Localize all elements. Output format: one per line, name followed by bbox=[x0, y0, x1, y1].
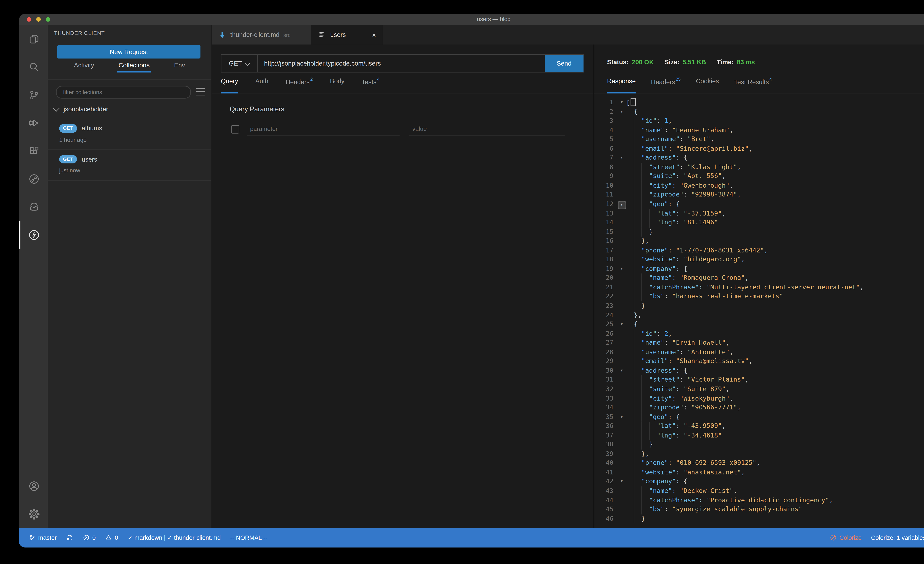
code-line: 37"lng": "-34.4618" bbox=[594, 431, 924, 440]
line-number: 32 bbox=[594, 384, 617, 394]
response-tab-cookies[interactable]: Cookies bbox=[696, 78, 719, 93]
filter-collections-input[interactable] bbox=[57, 89, 190, 95]
status-item-errors[interactable]: 0 bbox=[83, 534, 96, 541]
sidebar-tabs: ActivityCollectionsEnv bbox=[48, 62, 211, 73]
activity-item-testing[interactable] bbox=[19, 193, 48, 221]
fold-gutter bbox=[617, 459, 626, 468]
line-number: 18 bbox=[594, 255, 617, 265]
line-number: 28 bbox=[594, 348, 617, 357]
fold-gutter bbox=[617, 486, 626, 496]
activity-item-account[interactable] bbox=[19, 472, 48, 500]
response-tab-test-results[interactable]: Test Results4 bbox=[734, 78, 772, 93]
parameter-checkbox[interactable] bbox=[231, 125, 239, 133]
circle-slash-icon bbox=[830, 534, 837, 541]
screen: users — blog THUNDER CLIENT New Request … bbox=[0, 0, 924, 564]
line-number: 24 bbox=[594, 311, 617, 320]
fold-toggle-icon[interactable]: ▾ bbox=[617, 200, 626, 209]
time-label: Time: bbox=[717, 58, 734, 66]
fold-gutter bbox=[617, 449, 626, 459]
close-tab-icon[interactable]: × bbox=[372, 31, 376, 39]
line-number: 42 bbox=[594, 477, 617, 486]
collections-menu-icon[interactable] bbox=[196, 88, 205, 95]
activity-item-circle-branch[interactable] bbox=[19, 165, 48, 193]
response-json-viewer[interactable]: 1▾[2▾{3"id": 1,4"name": "Leanne Graham",… bbox=[594, 98, 924, 523]
request-tab-body[interactable]: Body bbox=[330, 78, 344, 93]
request-tab-headers[interactable]: Headers2 bbox=[285, 78, 313, 93]
status-item-colorize-toggle[interactable]: Colorize bbox=[830, 534, 861, 541]
window-title: users — blog bbox=[19, 14, 924, 25]
code-line: 45"bs": "synergize scalable supply-chain… bbox=[594, 505, 924, 514]
method-select[interactable]: GET bbox=[221, 55, 258, 72]
line-number: 19 bbox=[594, 265, 617, 274]
line-number: 29 bbox=[594, 357, 617, 366]
divider bbox=[48, 79, 211, 80]
request-item-albums[interactable]: GETalbums1 hour ago bbox=[48, 119, 211, 150]
fold-toggle-icon[interactable]: ▾ bbox=[617, 98, 626, 107]
status-item-vim-mode[interactable]: -- NORMAL -- bbox=[230, 534, 267, 541]
fold-toggle-icon[interactable]: ▾ bbox=[617, 107, 626, 116]
code-line: 44"catchPhrase": "Proactive didactic con… bbox=[594, 496, 924, 505]
line-number: 13 bbox=[594, 209, 617, 218]
send-button[interactable]: Send bbox=[544, 55, 584, 72]
sidebar-tab-collections[interactable]: Collections bbox=[118, 62, 150, 73]
fold-gutter bbox=[617, 338, 626, 348]
status-item-colorize-variables[interactable]: Colorize: 1 variables bbox=[871, 534, 924, 541]
sidebar-tab-activity[interactable]: Activity bbox=[74, 62, 94, 73]
fold-toggle-icon[interactable]: ▾ bbox=[617, 412, 626, 422]
code-line: 26"id": 2, bbox=[594, 329, 924, 338]
value-input[interactable] bbox=[409, 125, 565, 135]
tab-badge: 25 bbox=[676, 77, 681, 81]
response-pane: Status: 200 OK Size: 5.51 KB Time: 83 ms bbox=[594, 45, 924, 528]
fold-gutter bbox=[617, 181, 626, 190]
status-item-git-branch[interactable]: master bbox=[28, 534, 57, 541]
activity-item-source-control[interactable] bbox=[19, 81, 48, 109]
tab-thunder-client-md[interactable]: thunder-client.md src bbox=[212, 25, 312, 45]
activity-item-search[interactable] bbox=[19, 53, 48, 81]
fold-gutter bbox=[617, 348, 626, 357]
method-value: GET bbox=[229, 60, 242, 67]
line-number: 35 bbox=[594, 412, 617, 422]
url-input[interactable] bbox=[258, 60, 545, 67]
response-tab-response[interactable]: Response bbox=[607, 78, 636, 93]
line-number: 36 bbox=[594, 422, 617, 431]
tab-detail: src bbox=[283, 31, 291, 38]
line-number: 2 bbox=[594, 107, 617, 116]
request-name: users bbox=[82, 156, 97, 163]
url-box bbox=[258, 55, 545, 72]
sidebar-tab-env[interactable]: Env bbox=[174, 62, 185, 73]
source-control-icon bbox=[28, 90, 39, 100]
code-line: 10"city": "Gwenborough", bbox=[594, 181, 924, 190]
request-tab-tests[interactable]: Tests4 bbox=[362, 78, 380, 93]
editor-region: thunder-client.md src users × ··· bbox=[212, 25, 924, 528]
request-tab-auth[interactable]: Auth bbox=[255, 78, 268, 93]
tab-users[interactable]: users × bbox=[312, 25, 383, 45]
size-label: Size: bbox=[664, 58, 680, 66]
status-item-sync[interactable] bbox=[66, 534, 73, 541]
activity-item-settings[interactable] bbox=[19, 500, 48, 528]
code-line: 30▾"address": { bbox=[594, 366, 924, 376]
collection-header[interactable]: jsonplaceholder bbox=[54, 106, 108, 113]
activity-item-extensions[interactable] bbox=[19, 137, 48, 165]
activity-item-explorer[interactable] bbox=[19, 25, 48, 53]
fold-gutter bbox=[617, 237, 626, 246]
tab-badge: 4 bbox=[377, 77, 380, 81]
status-item-label: ✓ markdown | ✓ thunder-client.md bbox=[128, 534, 220, 541]
fold-toggle-icon[interactable]: ▾ bbox=[617, 154, 626, 163]
new-request-button[interactable]: New Request bbox=[57, 45, 201, 58]
line-number: 22 bbox=[594, 292, 617, 301]
activity-item-run-debug[interactable] bbox=[19, 109, 48, 137]
status-label: Status: bbox=[607, 58, 629, 66]
status-item-warnings[interactable]: 0 bbox=[105, 534, 118, 541]
line-number: 46 bbox=[594, 514, 617, 523]
request-tab-query[interactable]: Query bbox=[221, 78, 238, 93]
fold-toggle-icon[interactable]: ▾ bbox=[617, 265, 626, 274]
parameter-input[interactable] bbox=[247, 125, 399, 135]
fold-toggle-icon[interactable]: ▾ bbox=[617, 320, 626, 329]
fold-toggle-icon[interactable]: ▾ bbox=[617, 477, 626, 486]
response-tab-headers[interactable]: Headers25 bbox=[651, 78, 681, 93]
status-item-file-info[interactable]: ✓ markdown | ✓ thunder-client.md bbox=[128, 534, 220, 541]
fold-toggle-icon[interactable]: ▾ bbox=[617, 366, 626, 376]
code-line: 4"name": "Leanne Graham", bbox=[594, 126, 924, 135]
activity-item-thunder-client[interactable] bbox=[19, 221, 48, 249]
request-item-users[interactable]: GETusersjust now bbox=[48, 150, 211, 181]
